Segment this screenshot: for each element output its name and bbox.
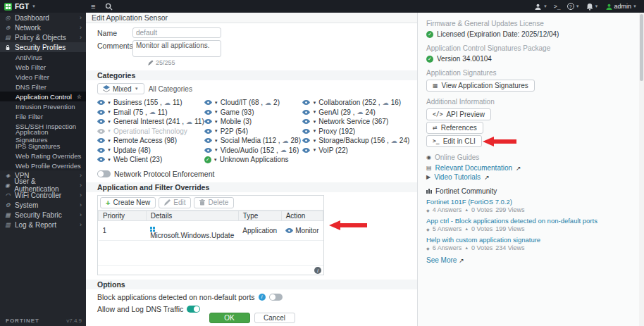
sidebar-subitem[interactable]: DNS Filter ☆ <box>0 82 86 92</box>
allow-log-dns-toggle[interactable] <box>187 306 200 313</box>
ok-button[interactable]: OK <box>209 313 250 323</box>
chevron-down-icon[interactable]: ▼ <box>312 101 316 105</box>
edit-button[interactable]: Edit <box>159 197 191 208</box>
category-toggle[interactable]: ✓ ▼ Business (155 , ☁ 11) <box>97 98 204 108</box>
cli-console-icon[interactable]: >_ <box>554 4 561 10</box>
edit-in-cli-button[interactable]: >_ Edit in CLI <box>426 135 482 147</box>
category-toggle[interactable]: ✓ ▼ Social Media (112 , ☁ 28) <box>204 136 303 146</box>
chevron-down-icon[interactable]: ▼ <box>107 148 111 152</box>
pin-star-icon[interactable]: ☆ <box>77 94 82 100</box>
chevron-down-icon[interactable]: ▼ <box>107 120 111 124</box>
chevron-down-icon[interactable]: ▼ <box>107 158 111 162</box>
chevron-down-icon[interactable]: ▼ <box>214 148 218 152</box>
sidebar-subitem[interactable]: Web Profile Overrides ☆ <box>0 161 86 170</box>
profile-menu[interactable]: ▼ <box>534 3 547 11</box>
search-icon[interactable] <box>105 3 113 11</box>
category-toggle[interactable]: ✓ ▼ P2P (54) ☁ <box>204 127 303 137</box>
category-toggle[interactable]: ✓ ▼ GenAI (29 , ☁ 24) <box>302 108 417 118</box>
chevron-down-icon[interactable]: ▼ <box>214 129 218 133</box>
eye-icon[interactable] <box>204 146 212 154</box>
eye-icon[interactable] <box>97 118 105 125</box>
category-toggle[interactable]: ✓ ▼ Remote Access (98) ☁ <box>97 136 204 146</box>
category-toggle[interactable]: ✓ ▼ Collaboration (252 , ☁ 16) <box>302 98 417 108</box>
create-new-button[interactable]: + Create New <box>100 197 156 208</box>
category-toggle[interactable]: ✓ ▼ Video/Audio (152 , ☁ 16) <box>204 146 303 156</box>
table-column-header[interactable]: Type <box>238 211 281 220</box>
chevron-down-icon[interactable]: ▼ <box>214 101 218 105</box>
delete-button[interactable]: Delete <box>194 197 234 208</box>
category-toggle[interactable]: ✓ ▼ Game (93) ☁ <box>204 108 303 118</box>
check-circle-icon[interactable]: ✓ <box>204 156 211 163</box>
help-menu[interactable]: ?▼ <box>567 3 580 10</box>
chevron-down-icon[interactable]: ▼ <box>312 139 316 143</box>
sidebar-item[interactable]: ⊕ Network › <box>0 23 86 32</box>
video-tutorials-link[interactable]: Video Tutorials <box>434 173 481 181</box>
eye-icon[interactable] <box>97 156 105 163</box>
table-row[interactable]: 1 Microsoft.Windows.Update Application M… <box>99 220 323 240</box>
sidebar-subitem[interactable]: File Filter ☆ <box>0 111 86 121</box>
category-toggle[interactable]: ✓ ▼ General Interest (241 , ☁ 11) <box>97 117 204 127</box>
category-toggle[interactable]: ✓ ▼ VoIP (22) ☁ <box>302 146 417 156</box>
community-post-link[interactable]: Fortinet 101F (FortiOS 7.0.2) <box>426 198 634 206</box>
network-protocol-enforcement-toggle[interactable] <box>97 170 111 177</box>
info-icon[interactable]: i <box>314 267 321 274</box>
category-toggle[interactable]: ✓ ▼ Proxy (192) ☁ <box>302 127 417 137</box>
sidebar-item[interactable]: ▥ Log & Report › <box>0 220 86 230</box>
chevron-down-icon[interactable]: ▼ <box>107 101 111 105</box>
eye-icon[interactable] <box>302 108 310 116</box>
category-toggle[interactable]: ✓ ▼ Network Service (367) ☁ <box>302 117 417 127</box>
chevron-down-icon[interactable]: ▼ <box>107 129 111 133</box>
references-button[interactable]: ⇄ References <box>426 122 483 134</box>
chevron-down-icon[interactable]: ▼ <box>214 120 218 124</box>
eye-icon[interactable] <box>302 99 310 106</box>
category-toggle[interactable]: ✓ ▼ Storage/Backup (156 , ☁ 24) <box>302 136 417 146</box>
eye-icon[interactable] <box>204 108 212 116</box>
comments-input[interactable]: Monitor all applications. <box>132 40 221 57</box>
see-more-link[interactable]: See More <box>426 256 457 264</box>
eye-icon[interactable] <box>97 99 105 106</box>
category-toggle[interactable]: ✓ ▼ Mobile (3) ☁ <box>204 117 303 127</box>
sidebar-item[interactable]: ▤ Policy & Objects › <box>0 32 86 42</box>
category-visibility-dropdown[interactable]: Mixed ▼ <box>97 83 144 94</box>
cancel-button[interactable]: Cancel <box>254 313 295 323</box>
api-preview-button[interactable]: </> API Preview <box>426 108 491 120</box>
chevron-down-icon[interactable]: ▼ <box>214 110 218 114</box>
eye-icon[interactable] <box>97 146 105 154</box>
community-post-link[interactable]: Help with custom application signature <box>426 236 634 244</box>
menu-collapse-icon[interactable]: ≡ <box>91 0 95 13</box>
category-toggle[interactable]: ✓ ▼ Web Client (23) ☁ <box>97 155 204 165</box>
category-toggle[interactable]: ✓ ▼ Update (48) ☁ <box>97 146 204 156</box>
eye-icon[interactable] <box>302 137 310 144</box>
chevron-down-icon[interactable]: ▼ <box>107 139 111 143</box>
view-application-signatures-button[interactable]: ▦ View Application Signatures <box>426 80 535 92</box>
sidebar-subitem[interactable]: Intrusion Prevention ☆ <box>0 101 86 111</box>
chevron-down-icon[interactable]: ▼ <box>312 120 316 124</box>
sidebar-item-security-profiles[interactable]: Security Profiles <box>0 42 86 52</box>
chevron-down-icon[interactable]: ▼ <box>213 158 218 162</box>
documentation-link[interactable]: Relevant Documentation <box>435 164 513 172</box>
notifications-menu[interactable]: ▼ <box>586 3 599 11</box>
admin-menu[interactable]: admin ▼ <box>605 3 637 11</box>
category-toggle[interactable]: ✓ ▼ Email (75 , ☁ 11) <box>97 108 204 118</box>
chevron-down-icon[interactable]: ▼ <box>312 129 316 133</box>
community-post-link[interactable]: App ctrl - Block applications detected o… <box>426 217 634 225</box>
window-scrollbar[interactable] <box>639 13 644 326</box>
chevron-down-icon[interactable]: ▼ <box>214 139 218 143</box>
eye-icon[interactable] <box>302 118 310 125</box>
sidebar-subitem[interactable]: Web Rating Overrides ☆ <box>0 151 86 161</box>
info-icon[interactable]: i <box>259 294 266 301</box>
sidebar-subitem[interactable]: Video Filter ☆ <box>0 72 86 82</box>
sidebar-subitem[interactable]: Application Signatures ☆ <box>0 131 86 141</box>
sidebar-subitem[interactable]: AntiVirus ☆ <box>0 52 86 62</box>
chevron-down-icon[interactable]: ▼ <box>312 110 316 114</box>
eye-icon[interactable] <box>204 99 212 106</box>
sidebar-subitem[interactable]: Web Filter ☆ <box>0 62 86 72</box>
block-non-default-ports-toggle[interactable] <box>269 294 283 301</box>
sidebar-item[interactable]: ◉ User & Authentication › <box>0 180 86 190</box>
category-toggle[interactable]: ✓ ▼ Cloud/IT (68 , ☁ 2) <box>204 98 303 108</box>
device-menu[interactable]: FGT ▼ <box>0 3 86 11</box>
table-column-header[interactable]: Details <box>146 211 238 220</box>
scrollbar-thumb[interactable] <box>640 14 643 81</box>
sidebar-item[interactable]: ▦ Security Fabric › <box>0 210 86 220</box>
sidebar-item[interactable]: ⚙ System › <box>0 200 86 210</box>
